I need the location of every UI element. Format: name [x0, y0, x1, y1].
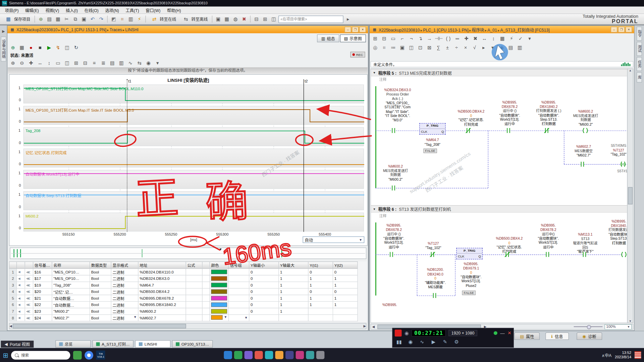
minimize-icon[interactable]: — — [500, 330, 504, 336]
column-header[interactable] — [25, 262, 33, 269]
ptrig-block[interactable]: P_TRIGCLKQ — [419, 123, 445, 134]
toolbar-icon[interactable]: ≡ — [90, 59, 99, 67]
table-row[interactable]: 4◀≪$20"记忆".记…Bool二进制%DB500.DBX4.20100 — [9, 288, 358, 295]
column-header[interactable]: Y轴最小 — [249, 262, 279, 269]
menu-item[interactable]: 项目(P) — [2, 7, 22, 14]
toolbar-icon[interactable]: ▥ — [126, 15, 135, 23]
taskbar-app-icon[interactable] — [316, 351, 324, 359]
tray-ic[interactable]: 中 — [605, 353, 609, 358]
app-icon-browser[interactable] — [85, 351, 94, 359]
taskbar-app-icon[interactable] — [286, 351, 294, 359]
toolbar-icon[interactable]: ─ — [344, 27, 351, 33]
app-icon-tia[interactable]: TIAV15.1 — [96, 351, 105, 360]
breadcrumb-item[interactable]: 程序块 — [472, 28, 484, 32]
toolbar-icon[interactable]: ▣ — [80, 15, 89, 23]
menu-item[interactable]: 编辑(E) — [22, 7, 42, 14]
contact-no[interactable] — [390, 185, 397, 192]
inspector-tab-诊断[interactable]: ◉诊断 — [577, 333, 602, 340]
toolbar-icon[interactable]: ✖ — [240, 15, 249, 23]
toolbar-icon[interactable]: ▤ — [45, 15, 54, 23]
toolbar-icon[interactable]: ✚ — [27, 59, 36, 67]
column-header[interactable]: 颜色 — [210, 262, 228, 269]
coil[interactable] — [620, 251, 627, 258]
breadcrumb-item[interactable]: PLC_1 [CPU 1513-1 PN] — [61, 27, 106, 32]
toolbar-icon[interactable]: ⊞ — [72, 59, 80, 67]
recorder-tools[interactable]: ▮▮◉∿▶✎⚙ — [395, 338, 512, 346]
taskbar-app-icon[interactable] — [265, 351, 273, 359]
toolbar-icon[interactable]: ⊟ — [380, 34, 389, 43]
toolbar-icon[interactable]: ⌐ — [398, 34, 407, 43]
column-header[interactable]: 显示格式 — [111, 262, 138, 269]
contact-no[interactable] — [431, 292, 438, 300]
go-offline-button[interactable]: ⇆转至离线 — [179, 15, 210, 23]
toolbar-icon[interactable]: ❐ — [618, 27, 625, 33]
vtext[interactable]: 测试 — [637, 42, 642, 56]
vtext[interactable]: 任务 — [637, 57, 642, 71]
toolbar-icon[interactable]: ✓ — [516, 34, 525, 43]
stop-record-button[interactable] — [395, 329, 402, 337]
column-header[interactable] — [9, 262, 17, 269]
column-header[interactable] — [202, 262, 210, 269]
menu-item[interactable]: 视图(V) — [42, 7, 62, 14]
zoom-slider[interactable] — [574, 326, 603, 327]
toolbar-icon[interactable]: ═ — [453, 34, 462, 43]
toolbar-icon[interactable]: ∿ — [126, 59, 135, 67]
toolbar-icon[interactable]: ▣ — [214, 15, 223, 23]
taskbar-clock[interactable]: 13:522023/8/14 — [615, 351, 631, 359]
trace-track[interactable]: 10M600.2 — [23, 213, 364, 231]
toolbar-icon[interactable]: ❐ — [352, 27, 359, 33]
toolbar-icon[interactable]: ↴ — [416, 34, 425, 43]
editor-tab-A_ST13_打刻…[interactable]: A_ST13_打刻… — [92, 340, 133, 348]
toolbar-icon[interactable]: ▭ — [389, 34, 398, 43]
zoom-select[interactable]: 100%▼ — [604, 324, 632, 329]
toolbar-icon[interactable]: ▶ — [429, 338, 438, 346]
toolbar-icon[interactable]: ▸ — [479, 43, 488, 52]
contact-no[interactable] — [390, 127, 397, 135]
toolbar-icon[interactable]: ▮▮ — [395, 338, 404, 346]
trace-track[interactable]: 10自动数据块.Step.ST13.打刻数据 — [23, 191, 364, 210]
toolbar-icon[interactable]: ◉ — [144, 59, 153, 67]
toolbar-icon[interactable]: ↔ — [36, 59, 45, 67]
go-online-button[interactable]: ⇄转至在线 — [148, 15, 179, 23]
toolbar-icon[interactable]: ● — [27, 43, 36, 52]
toolbar-icon[interactable]: → — [425, 34, 434, 43]
network-header[interactable]: ▼程序段 5 :ST13 MES完成发送打刻数据 — [371, 69, 627, 76]
toolbar-icon[interactable]: ▾ — [488, 43, 497, 52]
trace-plot[interactable]: 10MES_OP100_ST13打刻.Com Map.MC Side.MC Si… — [23, 84, 364, 231]
table-row[interactable]: 3◀≪$19"Tag_208"Bool二进制%M64.70111 — [9, 282, 358, 289]
editor-tab-总览[interactable]: 总览 — [55, 340, 91, 348]
table-row[interactable]: 7◀≪$23"M600.2"Bool二进制%M600.201 — [9, 308, 358, 315]
breadcrumb-item[interactable]: PLC_1 [CPU 1513-1 PN] — [423, 28, 468, 32]
network-header[interactable]: ▼程序段 6 :ST13 发送打刻数据至打刻机 — [371, 205, 627, 213]
toolbar-icon[interactable]: ⊡ — [416, 43, 425, 52]
toolbar-icon[interactable]: ⊟ — [252, 15, 261, 23]
toolbar-icon[interactable]: ▾ — [525, 34, 534, 43]
signal-table[interactable]: 信号基…名称数据类型显示格式地址公式颜色信号组Y轴最小Y轴最大Y(t1)Y(t2… — [9, 261, 358, 321]
portal-view-button[interactable]: ◀Portal 视图 — [1, 341, 33, 348]
tab-组态[interactable]: ▥组态 — [317, 35, 339, 42]
contact-nc[interactable] — [543, 127, 550, 135]
color-cell[interactable] — [210, 301, 228, 308]
toolbar-icon[interactable]: ⊕ — [9, 43, 17, 52]
toolbar-icon[interactable]: ▭ — [54, 59, 62, 67]
toolbar-icon[interactable]: ◉ — [406, 338, 415, 346]
time-mode-select[interactable]: 自动▼ — [303, 236, 364, 243]
vtext[interactable]: 库 — [637, 72, 642, 83]
trace-hscrollbar[interactable]: ◀ ▶ — [9, 323, 366, 329]
project-search-input[interactable]: <在项目中搜索> — [278, 15, 343, 23]
toolbar-icon[interactable]: ▦ — [498, 34, 507, 43]
taskbar-search[interactable]: 搜索 — [11, 351, 70, 359]
lad-vscrollbar[interactable]: ▲ ▼ — [627, 68, 633, 323]
network-comment[interactable]: 注释 — [371, 213, 627, 218]
menu-item[interactable]: 插入(I) — [62, 7, 81, 14]
toolbar-icon[interactable]: ⚡ — [135, 15, 144, 23]
overview-marker-icon[interactable]: ▼ — [219, 247, 222, 251]
toolbar-icon[interactable]: ↕ — [45, 59, 53, 67]
toolbar-icon[interactable]: ⇆ — [135, 59, 144, 67]
toolbar-icon[interactable]: ↔ — [480, 34, 489, 43]
scroll-left-icon[interactable]: ◀ — [372, 325, 375, 328]
toolbar-icon[interactable]: ✕ — [359, 27, 366, 33]
editor-tab-LINSHI[interactable]: LINSHI — [135, 340, 170, 348]
lad-window-buttons[interactable]: ─❐✕ — [611, 27, 632, 33]
inspector-tab-信息[interactable]: ℹ信息 — [545, 333, 569, 340]
